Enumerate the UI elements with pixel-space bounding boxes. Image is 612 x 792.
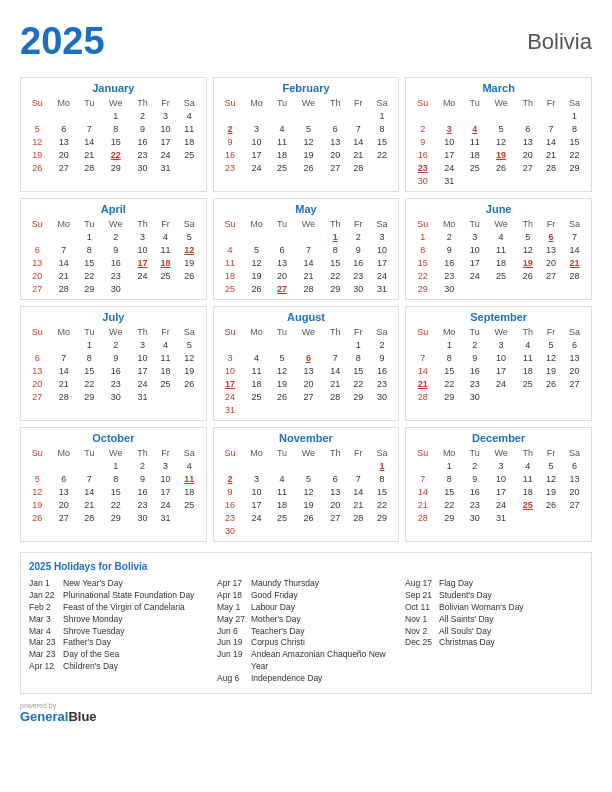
calendar-day: 11 — [154, 351, 177, 364]
calendar-day: 21 — [50, 377, 78, 390]
calendar-day — [463, 174, 486, 187]
list-item: Jun 19Corpus Christi — [217, 637, 395, 649]
calendar-day: 25 — [271, 161, 294, 174]
calendar-day — [323, 524, 347, 537]
calendar-day: 8 — [370, 122, 395, 135]
calendar-day: 13 — [323, 485, 347, 498]
calendar-day: 7 — [293, 243, 323, 256]
list-item: May 1Labour Day — [217, 602, 395, 614]
calendar-day: 15 — [101, 485, 131, 498]
calendar-day: 10 — [486, 351, 516, 364]
calendar-day: 12 — [540, 351, 563, 364]
calendar-day: 15 — [410, 256, 435, 269]
calendar-day: 23 — [463, 498, 486, 511]
holidays-title: 2025 Holidays for Bolivia — [29, 561, 583, 572]
calendar-day: 30 — [463, 511, 486, 524]
day-header: Tu — [78, 97, 101, 109]
calendar-day: 11 — [271, 485, 294, 498]
calendar-day: 13 — [50, 135, 78, 148]
calendar-day: 28 — [78, 161, 101, 174]
calendar-day: 6 — [516, 122, 540, 135]
calendar-day: 20 — [323, 498, 347, 511]
calendar-day: 8 — [78, 243, 101, 256]
calendar-day: 5 — [540, 459, 563, 472]
calendar-day: 28 — [410, 390, 435, 403]
calendar-day — [154, 390, 177, 403]
calendar-day: 27 — [50, 511, 78, 524]
calendar-day — [25, 109, 50, 122]
month-title: February — [218, 82, 395, 94]
calendar-day: 5 — [293, 472, 323, 485]
calendar-day: 1 — [78, 230, 101, 243]
calendar-day: 15 — [435, 364, 463, 377]
calendar-day: 2 — [101, 230, 131, 243]
calendar-day: 23 — [218, 161, 243, 174]
calendar-day: 14 — [78, 485, 101, 498]
calendar-day: 14 — [50, 364, 78, 377]
calendar-day — [50, 109, 78, 122]
calendar-day: 28 — [347, 511, 370, 524]
holiday-name: Children's Day — [63, 661, 118, 673]
calendar-day: 24 — [435, 161, 463, 174]
calendar-day: 14 — [78, 135, 101, 148]
calendar-day: 16 — [410, 148, 435, 161]
calendar-day: 12 — [293, 485, 323, 498]
calendar-day: 14 — [293, 256, 323, 269]
calendar-day — [486, 174, 516, 187]
calendar-day: 16 — [463, 364, 486, 377]
day-header: Th — [516, 326, 540, 338]
calendar-day: 18 — [177, 485, 202, 498]
day-header: Sa — [177, 97, 202, 109]
calendar-day: 13 — [516, 135, 540, 148]
calendar-day: 12 — [177, 351, 202, 364]
calendar-day: 13 — [25, 364, 50, 377]
calendar-day: 14 — [347, 485, 370, 498]
calendar-day: 19 — [25, 498, 50, 511]
list-item: Sep 21Student's Day — [405, 590, 583, 602]
calendar-day: 11 — [242, 364, 270, 377]
calendar-day: 25 — [516, 377, 540, 390]
calendar-day: 6 — [323, 122, 347, 135]
calendar-day — [293, 524, 323, 537]
calendar-day: 25 — [177, 148, 202, 161]
calendar-day: 23 — [101, 269, 131, 282]
calendar-day: 15 — [78, 256, 101, 269]
holiday-name: Flag Day — [439, 578, 473, 590]
calendar-day: 4 — [516, 459, 540, 472]
day-header: Sa — [562, 447, 587, 459]
holiday-date: Jun 6 — [217, 626, 247, 638]
calendar-day: 11 — [177, 122, 202, 135]
calendar-day: 9 — [101, 351, 131, 364]
calendar-day: 9 — [218, 135, 243, 148]
calendar-day: 5 — [271, 351, 294, 364]
calendar-day — [486, 282, 516, 295]
month-title: October — [25, 432, 202, 444]
calendar-day — [154, 282, 177, 295]
calendar-day: 3 — [486, 338, 516, 351]
calendar-day: 17 — [435, 148, 463, 161]
month-title: September — [410, 311, 587, 323]
holiday-name: Maundy Thursday — [251, 578, 319, 590]
calendar-day: 6 — [562, 338, 587, 351]
month-block-january: JanuarySuMoTuWeThFrSa1234567891011121314… — [20, 77, 207, 192]
calendar-day: 1 — [101, 459, 131, 472]
holiday-name: Student's Day — [439, 590, 492, 602]
calendar-day: 18 — [218, 269, 243, 282]
calendar-day: 3 — [435, 122, 463, 135]
day-header: Sa — [562, 218, 587, 230]
holiday-date: Jun 19 — [217, 649, 247, 673]
calendar-day: 16 — [218, 498, 243, 511]
calendar-day: 10 — [463, 243, 486, 256]
calendar-day — [242, 230, 270, 243]
calendar-day: 26 — [242, 282, 270, 295]
calendar-day: 3 — [242, 472, 270, 485]
calendar-day: 23 — [435, 269, 463, 282]
holiday-date: Aug 17 — [405, 578, 435, 590]
day-header: Tu — [271, 218, 294, 230]
day-header: Mo — [435, 326, 463, 338]
calendar-day: 4 — [242, 351, 270, 364]
day-header: Su — [25, 218, 50, 230]
month-title: March — [410, 82, 587, 94]
calendar-day: 27 — [562, 377, 587, 390]
calendar-day: 26 — [516, 269, 540, 282]
